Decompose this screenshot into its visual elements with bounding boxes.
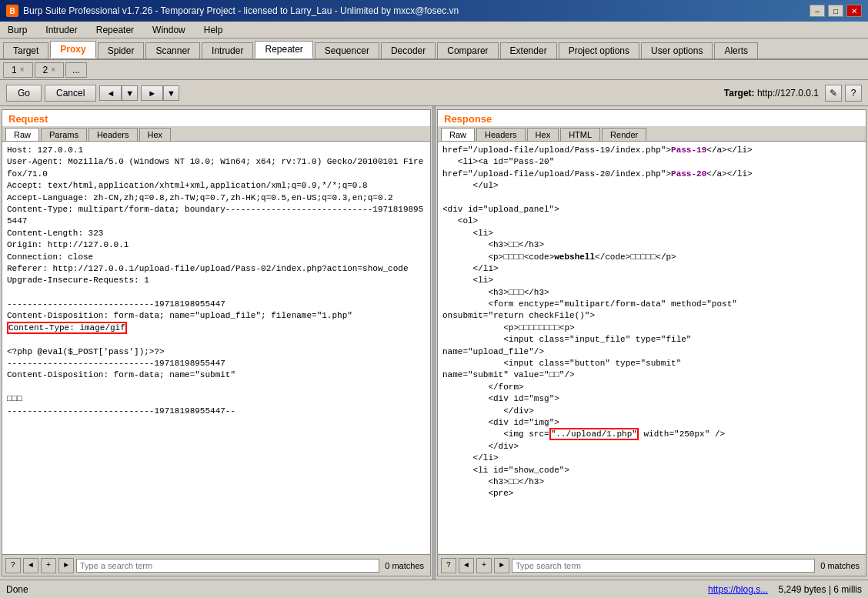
request-tab-hex[interactable]: Hex xyxy=(139,128,172,141)
repeater-tab-1[interactable]: 1 × xyxy=(3,62,33,78)
back-dropdown-button[interactable]: ▼ xyxy=(122,85,138,101)
request-help-btn[interactable]: ? xyxy=(5,558,21,573)
tab-proxy[interactable]: Proxy xyxy=(50,41,95,58)
request-search-bar: ? ◄ + ► 0 matches xyxy=(2,554,430,576)
cancel-button[interactable]: Cancel xyxy=(45,85,96,102)
response-panel: Response Raw Headers Hex HTML Render hre… xyxy=(437,109,866,576)
response-prev-btn[interactable]: ◄ xyxy=(459,558,474,573)
menu-window[interactable]: Window xyxy=(148,23,190,37)
request-next-btn[interactable]: ► xyxy=(58,558,74,573)
repeater-tab-2-label: 2 xyxy=(43,65,48,75)
response-add-btn[interactable]: + xyxy=(476,558,492,573)
tab-alerts[interactable]: Alerts xyxy=(714,42,758,58)
response-content[interactable]: href="/upload-file/upload/Pass-19/index.… xyxy=(438,142,866,554)
menu-help[interactable]: Help xyxy=(199,23,228,37)
status-size: 5,249 bytes | 6 millis xyxy=(779,584,863,595)
response-search-input[interactable] xyxy=(512,559,815,573)
response-next-btn[interactable]: ► xyxy=(494,558,509,573)
menu-intruder[interactable]: Intruder xyxy=(41,23,82,37)
main-tab-bar: Target Proxy Spider Scanner Intruder Rep… xyxy=(0,38,868,60)
response-sub-tab-bar: Raw Headers Hex HTML Render xyxy=(438,126,866,142)
response-matches: 0 matches xyxy=(817,561,863,570)
help-button[interactable]: ? xyxy=(845,85,862,102)
tab-comparer[interactable]: Comparer xyxy=(437,42,498,58)
response-tab-render[interactable]: Render xyxy=(602,128,646,141)
forward-button[interactable]: ► xyxy=(141,85,163,101)
request-tab-params[interactable]: Params xyxy=(41,128,87,141)
toolbar: Go Cancel ◄ ▼ ► ▼ Target: http://127.0.0… xyxy=(0,80,868,106)
request-matches: 0 matches xyxy=(382,561,427,570)
repeater-tab-bar: 1 × 2 × ... xyxy=(0,60,868,80)
target-value: http://127.0.0.1 xyxy=(757,88,819,99)
tab-decoder[interactable]: Decoder xyxy=(381,42,436,58)
tab-scanner[interactable]: Scanner xyxy=(145,42,200,58)
menu-repeater[interactable]: Repeater xyxy=(92,23,139,37)
panel-splitter[interactable] xyxy=(432,106,436,580)
maximize-button[interactable]: □ xyxy=(828,5,843,17)
window-controls: – □ ✕ xyxy=(810,5,862,17)
status-text: Done xyxy=(6,584,28,595)
tab-repeater[interactable]: Repeater xyxy=(255,41,312,58)
title-bar: B Burp Suite Professional v1.7.26 - Temp… xyxy=(0,0,868,22)
response-title: Response xyxy=(438,110,866,126)
repeater-tab-1-label: 1 xyxy=(12,65,17,75)
repeater-tab-2[interactable]: 2 × xyxy=(35,62,65,78)
request-sub-tab-bar: Raw Params Headers Hex xyxy=(2,126,430,142)
target-label: Target: xyxy=(724,88,757,99)
response-search-bar: ? ◄ + ► 0 matches xyxy=(438,554,866,576)
menu-burp[interactable]: Burp xyxy=(3,23,32,37)
response-tab-headers[interactable]: Headers xyxy=(476,128,526,141)
repeater-tab-more[interactable]: ... xyxy=(65,62,87,78)
tab-intruder[interactable]: Intruder xyxy=(202,42,253,58)
request-add-btn[interactable]: + xyxy=(41,558,56,573)
request-title: Request xyxy=(2,110,430,126)
status-url: https://blog.s... xyxy=(708,584,768,595)
request-prev-btn[interactable]: ◄ xyxy=(23,558,38,573)
window-title: Burp Suite Professional v1.7.26 - Tempor… xyxy=(23,5,459,16)
request-tab-raw[interactable]: Raw xyxy=(5,128,39,141)
response-tab-raw[interactable]: Raw xyxy=(441,128,475,141)
content-type-highlight: Content-Type: image/gif xyxy=(7,322,127,334)
tab-extender[interactable]: Extender xyxy=(500,42,557,58)
img-src-highlight: "../upload/1.php" xyxy=(549,428,639,440)
request-tab-headers[interactable]: Headers xyxy=(88,128,138,141)
main-content: Request Raw Params Headers Hex Host: 127… xyxy=(0,106,868,580)
tab-user-options[interactable]: User options xyxy=(641,42,713,58)
close-button[interactable]: ✕ xyxy=(846,5,862,17)
go-button[interactable]: Go xyxy=(6,85,42,102)
response-tab-hex[interactable]: Hex xyxy=(527,128,559,141)
target-info: Target: http://127.0.0.1 xyxy=(724,88,819,99)
tab-target[interactable]: Target xyxy=(3,42,48,58)
app-icon: B xyxy=(6,5,18,17)
repeater-tab-1-close[interactable]: × xyxy=(20,65,25,74)
repeater-tab-2-close[interactable]: × xyxy=(51,65,55,74)
tab-spider[interactable]: Spider xyxy=(98,42,145,58)
status-bar: Done https://blog.s... 5,249 bytes | 6 m… xyxy=(0,580,868,598)
tab-sequencer[interactable]: Sequencer xyxy=(315,42,379,58)
request-panel: Request Raw Params Headers Hex Host: 127… xyxy=(2,109,431,576)
back-button[interactable]: ◄ xyxy=(99,85,122,101)
tab-project-options[interactable]: Project options xyxy=(559,42,639,58)
status-right: https://blog.s... 5,249 bytes | 6 millis xyxy=(708,584,862,595)
forward-dropdown-button[interactable]: ▼ xyxy=(163,85,179,101)
response-tab-html[interactable]: HTML xyxy=(560,128,600,141)
request-search-input[interactable] xyxy=(76,559,379,573)
request-content[interactable]: Host: 127.0.0.1 User-Agent: Mozilla/5.0 … xyxy=(2,142,430,554)
minimize-button[interactable]: – xyxy=(810,5,825,17)
edit-target-button[interactable]: ✎ xyxy=(825,85,842,102)
menu-bar: Burp Intruder Repeater Window Help xyxy=(0,22,868,38)
response-help-btn[interactable]: ? xyxy=(441,558,456,573)
